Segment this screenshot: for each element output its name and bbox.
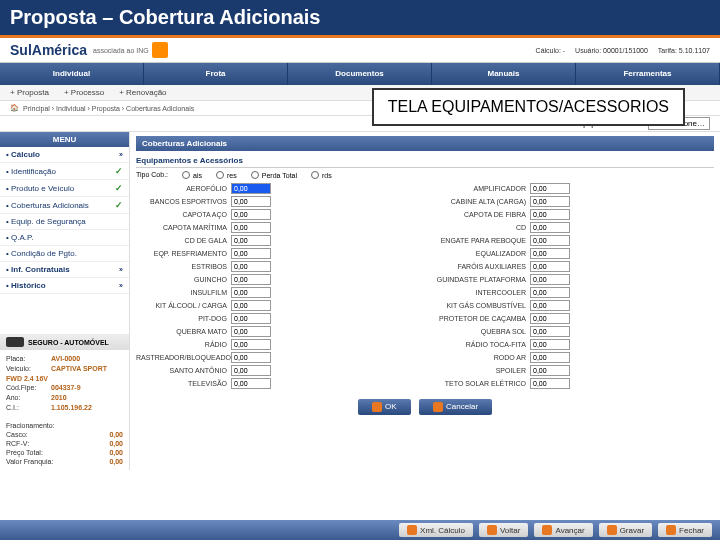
content: Coberturas Adicionais Equipamentos e Ace… [130,132,720,470]
button-icon [407,525,417,535]
equip-name: CABINE ALTA (CARGA) [435,198,530,205]
tipo-option[interactable]: rds [311,171,332,179]
tab-documentos[interactable]: Documentos [288,63,432,85]
bottom-button[interactable]: Fechar [658,523,712,537]
equip-name: GUINCHO [136,276,231,283]
equip-value-input[interactable]: 0,00 [231,183,271,194]
equip-value-input[interactable]: 0,00 [530,235,570,246]
equip-value-input[interactable]: 0,00 [231,248,271,259]
content-subheader: Equipamentos e Acessórios [136,154,714,168]
home-icon[interactable]: 🏠 [10,104,19,112]
tab-manuais[interactable]: Manuais [432,63,576,85]
equip-value-input[interactable]: 0,00 [231,222,271,233]
equip-name: TELEVISÃO [136,380,231,387]
equip-value-input[interactable]: 0,00 [530,222,570,233]
menu-item[interactable]: • Q.A.P. [0,230,129,246]
equip-name: PROTETOR DE CAÇAMBA [435,315,530,322]
equip-item: CAPOTA DE FIBRA0,00 [435,209,714,220]
equip-value-input[interactable]: 0,00 [231,196,271,207]
bottom-button[interactable]: Gravar [599,523,652,537]
button-icon [487,525,497,535]
menu-header: MENU [0,132,129,147]
tipo-option[interactable]: Perda Total [251,171,297,179]
tipo-option[interactable]: ais [182,171,202,179]
menu-item[interactable]: • Inf. Contratuais» [0,262,129,278]
equip-value-input[interactable]: 0,00 [530,365,570,376]
equip-value-input[interactable]: 0,00 [231,235,271,246]
ing-badge-icon [152,42,168,58]
button-icon [666,525,676,535]
sidebar: MENU • Cálculo»• Identificação✓• Produto… [0,132,130,470]
equip-value-input[interactable]: 0,00 [231,378,271,389]
equip-item: CAPOTA AÇO0,00 [136,209,415,220]
ok-button[interactable]: OK [358,399,411,415]
bottom-button[interactable]: Xml. Cálculo [399,523,473,537]
radio-icon [311,171,319,179]
equip-item: AEROFÓLIO0,00 [136,183,415,194]
button-icon [607,525,617,535]
equip-value-input[interactable]: 0,00 [530,287,570,298]
equip-item: FARÓIS AUXILIARES0,00 [435,261,714,272]
equip-value-input[interactable]: 0,00 [231,274,271,285]
menu-item[interactable]: • Coberturas Adicionais✓ [0,197,129,214]
equip-name: SANTO ANTÔNIO [136,367,231,374]
equip-item: RÁDIO TOCA-FITA0,00 [435,339,714,350]
subnav-item[interactable]: + Processo [64,88,104,97]
logo: SulAmérica [10,42,87,58]
equip-value-input[interactable]: 0,00 [530,248,570,259]
equip-value-input[interactable]: 0,00 [530,313,570,324]
menu-item[interactable]: • Condição de Pgto. [0,246,129,262]
bottom-button[interactable]: Voltar [479,523,528,537]
equip-value-input[interactable]: 0,00 [231,339,271,350]
content-header: Coberturas Adicionais [136,136,714,151]
equip-name: CAPOTA MARÍTIMA [136,224,231,231]
equip-item: ENGATE PARA REBOQUE0,00 [435,235,714,246]
equip-value-input[interactable]: 0,00 [231,326,271,337]
equip-value-input[interactable]: 0,00 [530,352,570,363]
equip-value-input[interactable]: 0,00 [231,287,271,298]
menu-item[interactable]: • Histórico» [0,278,129,294]
tab-frota[interactable]: Frota [144,63,288,85]
equip-name: FARÓIS AUXILIARES [435,263,530,270]
equip-name: EQUALIZADOR [435,250,530,257]
tipo-option[interactable]: res [216,171,237,179]
equip-item: RASTREADOR/BLOQUEADOR0,00 [136,352,415,363]
subnav-item[interactable]: + Proposta [10,88,49,97]
equip-name: RODO AR [435,354,530,361]
equip-value-input[interactable]: 0,00 [530,196,570,207]
equip-value-input[interactable]: 0,00 [231,300,271,311]
car-icon [6,337,24,347]
equip-value-input[interactable]: 0,00 [530,326,570,337]
menu-item[interactable]: • Cálculo» [0,147,129,163]
logo-sub: associada ao ING [93,47,149,54]
equip-value-input[interactable]: 0,00 [231,209,271,220]
equip-value-input[interactable]: 0,00 [231,352,271,363]
equip-value-input[interactable]: 0,00 [530,378,570,389]
top-info: Cálculo: - Usuário: 00001/151000 Tarifa:… [528,47,710,54]
equip-value-input[interactable]: 0,00 [530,183,570,194]
breadcrumb-text: Principal › Individual › Proposta › Cobe… [23,105,194,112]
equip-value-input[interactable]: 0,00 [231,313,271,324]
menu-item[interactable]: • Equip. de Segurança [0,214,129,230]
calc-info: Cálculo: - [536,47,566,54]
chevron-icon: » [119,151,123,158]
equip-name: KIT ÁLCOOL / CARGA [136,302,231,309]
tab-ferramentas[interactable]: Ferramentas [576,63,720,85]
equip-value-input[interactable]: 0,00 [530,209,570,220]
equip-name: TETO SOLAR ELÉTRICO [435,380,530,387]
equip-value-input[interactable]: 0,00 [530,300,570,311]
tab-individual[interactable]: Individual [0,63,144,85]
cancel-button[interactable]: Cancelar [419,399,492,415]
main-area: MENU • Cálculo»• Identificação✓• Produto… [0,132,720,470]
equip-value-input[interactable]: 0,00 [530,339,570,350]
equip-value-input[interactable]: 0,00 [530,261,570,272]
chevron-icon: » [119,282,123,289]
subnav-item[interactable]: + Renovação [119,88,166,97]
menu-item[interactable]: • Identificação✓ [0,163,129,180]
equip-name: INSULFILM [136,289,231,296]
bottom-button[interactable]: Avançar [534,523,592,537]
menu-item[interactable]: • Produto e Veículo✓ [0,180,129,197]
equip-value-input[interactable]: 0,00 [231,261,271,272]
equip-value-input[interactable]: 0,00 [231,365,271,376]
equip-value-input[interactable]: 0,00 [530,274,570,285]
